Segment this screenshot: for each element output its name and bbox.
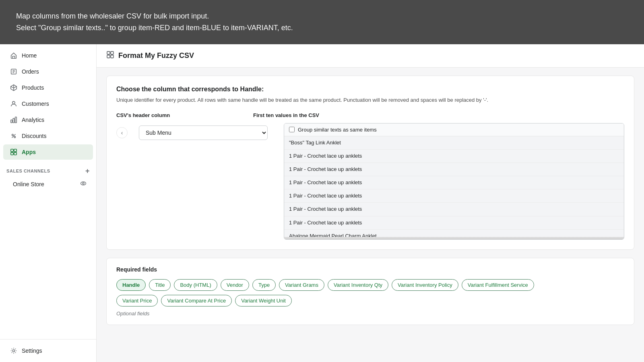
banner-line1: Map columns from the wholesaler CSV for … — [16, 10, 293, 22]
content-area: Format My Fuzzy CSV Choose the column th… — [97, 44, 644, 362]
sidebar-label-customers: Customers — [22, 101, 49, 107]
svg-point-12 — [83, 183, 84, 184]
group-similar-row: Group similar texts as same items — [284, 123, 624, 136]
add-sales-channel-icon[interactable]: + — [85, 167, 90, 175]
svg-rect-9 — [11, 152, 13, 155]
required-field-badge[interactable]: Title — [149, 279, 171, 291]
csv-values-list: "Boss" Tag Link Anklet1 Pair - Crochet l… — [284, 136, 624, 237]
sidebar-item-discounts[interactable]: Discounts — [3, 128, 93, 144]
svg-point-5 — [12, 134, 14, 136]
required-field-badge[interactable]: Variant Price — [116, 295, 158, 306]
sidebar-item-analytics[interactable]: Analytics — [3, 112, 93, 128]
required-field-badge[interactable]: Variant Inventory Qty — [328, 279, 388, 291]
orders-icon — [10, 68, 18, 76]
csv-column-dropdown[interactable]: Sub Menu Title Handle Body (HTML) Vendor… — [139, 125, 268, 140]
sales-channels-label: SALES CHANNELS — [6, 169, 50, 173]
list-item: "Boss" Tag Link Anklet — [284, 136, 624, 150]
apps-icon — [10, 148, 18, 156]
online-store-label: Online Store — [13, 181, 44, 187]
sidebar-item-online-store[interactable]: Online Store — [3, 177, 93, 191]
svg-rect-3 — [13, 118, 14, 123]
list-item: 1 Pair - Crochet lace up anklets — [284, 150, 624, 163]
svg-point-6 — [14, 136, 16, 138]
sidebar-label-discounts: Discounts — [22, 133, 46, 139]
sidebar: Home Orders Products — [0, 44, 97, 362]
required-field-badge[interactable]: Handle — [116, 279, 146, 291]
sidebar-label-home: Home — [22, 52, 37, 59]
svg-rect-8 — [14, 149, 17, 152]
dropdown-wrapper: Sub Menu Title Handle Body (HTML) Vendor… — [139, 123, 268, 140]
required-fields-row-1: HandleTitleBody (HTML)VendorTypeVariant … — [116, 279, 624, 291]
nav-back-button[interactable]: ‹ — [116, 127, 128, 138]
list-item: 1 Pair - Crochet lace up anklets — [284, 203, 624, 216]
required-field-badge[interactable]: Variant Weight Unit — [235, 295, 292, 306]
sidebar-item-settings[interactable]: Settings — [3, 343, 93, 358]
settings-icon — [10, 347, 18, 355]
products-icon — [10, 84, 18, 92]
svg-rect-15 — [111, 51, 114, 54]
sidebar-label-orders: Orders — [22, 68, 39, 75]
page-title: Format My Fuzzy CSV — [118, 51, 194, 60]
required-field-badge[interactable]: Variant Fulfillment Service — [462, 279, 534, 291]
list-item: 1 Pair - Crochet lace up anklets — [284, 163, 624, 176]
required-fields-row-2: Variant PriceVariant Compare At PriceVar… — [116, 295, 624, 306]
csv-values-area: Group similar texts as same items "Boss"… — [284, 123, 624, 240]
sidebar-label-apps: Apps — [22, 149, 36, 155]
sales-channels-header: SALES CHANNELS + — [0, 163, 96, 176]
svg-point-1 — [12, 101, 15, 104]
analytics-icon — [10, 116, 18, 124]
required-fields-title: Required fields — [116, 266, 624, 273]
group-similar-checkbox[interactable] — [289, 127, 295, 132]
main-card: Choose the column that corresponds to Ha… — [106, 76, 634, 250]
required-field-badge[interactable]: Variant Compare At Price — [161, 295, 232, 306]
sidebar-label-settings: Settings — [22, 348, 42, 354]
mapping-row: ‹ Sub Menu Title Handle Body (HTML) Vend… — [116, 123, 624, 240]
svg-rect-17 — [111, 55, 114, 58]
group-similar-label[interactable]: Group similar texts as same items — [298, 127, 377, 133]
customers-icon — [10, 100, 18, 108]
required-field-badge[interactable]: Body (HTML) — [174, 279, 217, 291]
sidebar-item-apps[interactable]: Apps — [3, 144, 93, 160]
required-field-badge[interactable]: Variant Grams — [279, 279, 324, 291]
resize-handle[interactable] — [284, 237, 624, 239]
sidebar-label-products: Products — [22, 84, 44, 91]
section-title: Choose the column that corresponds to Ha… — [116, 86, 624, 93]
sidebar-item-home[interactable]: Home — [3, 48, 93, 63]
list-item: 1 Pair - Crochet lace up anklets — [284, 216, 624, 230]
top-banner: Map columns from the wholesaler CSV for … — [0, 0, 644, 44]
eye-icon — [80, 180, 87, 188]
svg-point-13 — [12, 350, 14, 352]
home-icon — [10, 51, 18, 60]
required-field-badge[interactable]: Vendor — [221, 279, 249, 291]
col-header-left: CSV's header column — [116, 112, 253, 118]
sidebar-item-customers[interactable]: Customers — [3, 96, 93, 111]
sidebar-item-products[interactable]: Products — [3, 80, 93, 95]
discounts-icon — [10, 132, 18, 140]
svg-rect-2 — [11, 120, 12, 123]
svg-rect-7 — [11, 149, 13, 152]
svg-rect-16 — [107, 55, 110, 58]
list-item: 1 Pair - Crochet lace up anklets — [284, 176, 624, 189]
optional-fields-label: Optional fields — [116, 311, 624, 317]
svg-point-11 — [81, 182, 86, 185]
list-item: 1 Pair - Crochet lace up anklets — [284, 189, 624, 203]
banner-line2: Select "Group similar texts.." to group … — [16, 22, 293, 34]
required-fields-section: Required fields HandleTitleBody (HTML)Ve… — [106, 258, 634, 325]
page-header: Format My Fuzzy CSV — [97, 44, 644, 68]
col-header-right: First ten values in the CSV — [253, 112, 624, 118]
required-field-badge[interactable]: Type — [252, 279, 276, 291]
sidebar-item-orders[interactable]: Orders — [3, 64, 93, 79]
section-desc: Unique identifier for every product. All… — [116, 96, 624, 104]
svg-rect-4 — [15, 117, 17, 123]
sidebar-label-analytics: Analytics — [22, 117, 44, 123]
required-field-badge[interactable]: Variant Inventory Policy — [392, 279, 458, 291]
list-item: Abalone Mermaid Pearl Charm Anklet — [284, 230, 624, 237]
svg-rect-14 — [107, 51, 110, 54]
svg-rect-10 — [14, 152, 17, 155]
page-header-icon — [106, 51, 114, 61]
